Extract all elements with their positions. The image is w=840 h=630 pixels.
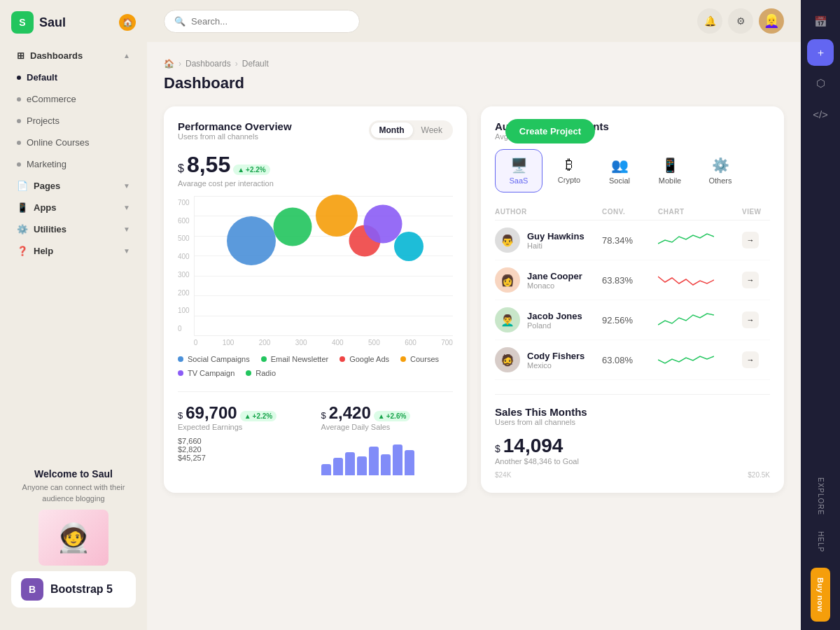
sidebar-welcome: Welcome to Saul Anyone can connect with … <box>0 457 147 619</box>
dollar-sign3: $ <box>321 410 326 421</box>
breadcrumb-dashboards[interactable]: Dashboards <box>186 59 231 69</box>
search-box[interactable]: 🔍 <box>164 10 360 33</box>
sales-title: Sales This Months <box>495 406 770 418</box>
view-btn-0[interactable]: → <box>742 232 759 248</box>
legend-dot-social <box>178 356 183 362</box>
tab-saas[interactable]: 🖥️ SaaS <box>495 149 542 192</box>
sidebar-item-online-courses[interactable]: Online Courses <box>6 132 141 153</box>
y-label-24k: $24K <box>495 471 511 479</box>
perf-big-number: 8,55 <box>187 152 230 178</box>
author-country-3: Mexico <box>527 361 584 370</box>
earnings-items: $7,660 $2,820 $45,257 <box>178 437 310 462</box>
crypto-icon: ₿ <box>566 157 573 173</box>
sidebar-item-dashboards[interactable]: ⊞ Dashboards ▲ <box>6 45 141 66</box>
perf-header: Performance Overview Users from all chan… <box>178 120 453 149</box>
sidebar-item-projects[interactable]: Projects <box>6 110 141 132</box>
table-row: 🧔 Cody Fishers Mexico 63.08% → <box>495 340 770 380</box>
perf-subtitle: Users from all channels <box>178 132 292 141</box>
bar-2 <box>333 458 343 475</box>
sidebar-item-apps[interactable]: 📱 Apps ▼ <box>6 197 141 218</box>
mini-chart-0 <box>658 230 742 251</box>
bar-8 <box>405 450 414 475</box>
sidebar-item-ecommerce[interactable]: eCommerce <box>6 88 141 110</box>
create-project-button[interactable]: Create Project <box>505 119 595 144</box>
chevron-down-icon: ▼ <box>123 247 130 255</box>
breadcrumb-sep2: › <box>235 59 238 69</box>
bootstrap-label: Bootstrap 5 <box>50 583 113 596</box>
social-label: Social <box>609 176 630 185</box>
legend-courses: Courses <box>400 355 439 363</box>
sales-goal-text: Another $48,346 to Goal <box>495 457 770 465</box>
chart-svg-3 <box>658 349 714 370</box>
hex-icon-btn[interactable]: ⬡ <box>807 70 834 97</box>
tab-others[interactable]: ⚙️ Others <box>696 149 744 192</box>
author-details-0: Guy Hawkins Haiti <box>527 231 584 250</box>
tab-crypto[interactable]: ₿ Crypto <box>545 149 593 192</box>
settings-button[interactable]: ⚙ <box>728 8 753 34</box>
app-name: Saul <box>39 15 66 30</box>
help-label-right[interactable]: Help <box>817 526 825 558</box>
tab-week[interactable]: Week <box>413 122 451 138</box>
view-btn-1[interactable]: → <box>742 272 759 288</box>
legend-dot-google <box>340 356 345 362</box>
legend-label-tv: TV Campaign <box>188 369 234 377</box>
marketing-label: Marketing <box>27 159 66 169</box>
sidebar-item-utilities[interactable]: ⚙️ Utilities ▼ <box>6 218 141 240</box>
default-label: Default <box>27 72 57 83</box>
legend-label-email: Email Newsletter <box>271 355 329 363</box>
bubble-google <box>316 195 358 237</box>
buy-now-button[interactable]: Buy now <box>811 568 830 622</box>
page-header: 🏠 › Dashboards › Default Dashboard Creat… <box>164 59 784 92</box>
code-icon-btn[interactable]: </> <box>807 101 834 127</box>
notification-button[interactable]: 🔔 <box>697 8 722 34</box>
astronaut-illustration: 🧑‍🚀 <box>56 522 91 554</box>
tab-month[interactable]: Month <box>371 122 413 138</box>
sidebar-item-pages[interactable]: 📄 Pages ▼ <box>6 175 141 197</box>
view-btn-3[interactable]: → <box>742 351 759 368</box>
legend-label-social: Social Campaigns <box>188 355 250 363</box>
bubble-chart-area: 0 100 200 300 400 500 600 700 <box>194 196 453 346</box>
others-label: Others <box>708 176 732 185</box>
author-details-1: Jane Cooper Monaco <box>527 271 582 290</box>
col-conv: CONV. <box>602 208 658 216</box>
col-view: VIEW <box>742 208 770 216</box>
legend-google: Google Ads <box>340 355 389 363</box>
legend-label-google: Google Ads <box>349 355 389 363</box>
legend-tv: TV Campaign <box>178 369 234 377</box>
chart-svg-0 <box>658 230 714 251</box>
earnings-value-row: $ 69,700 ▲ +2.2% <box>178 403 310 423</box>
sales-badge-val: +2.6% <box>386 412 407 420</box>
sidebar-item-default[interactable]: Default <box>6 66 141 88</box>
sidebar-item-marketing[interactable]: Marketing <box>6 153 141 175</box>
authors-tabs: 🖥️ SaaS ₿ Crypto 👥 Social 📱 Mobile <box>495 149 770 192</box>
bottom-stats: $ 69,700 ▲ +2.2% Expected Earnings $7,66… <box>178 391 453 475</box>
tab-social[interactable]: 👥 Social <box>596 149 643 192</box>
calendar-icon-btn[interactable]: 📅 <box>807 8 834 35</box>
view-btn-2[interactable]: → <box>742 312 759 328</box>
header: 🔍 🔔 ⚙ 👱‍♀️ <box>147 0 801 42</box>
author-country-0: Haiti <box>527 241 584 250</box>
avatar[interactable]: 👱‍♀️ <box>759 8 784 34</box>
sidebar-item-help[interactable]: ❓ Help ▼ <box>6 240 141 262</box>
others-icon: ⚙️ <box>712 157 729 174</box>
sales-label: Average Daily Sales <box>321 423 454 431</box>
tab-mobile[interactable]: 📱 Mobile <box>646 149 694 192</box>
legend-dot-email <box>261 356 267 362</box>
x-axis-labels: 0 100 200 300 400 500 600 700 <box>194 336 453 346</box>
search-input[interactable] <box>191 16 349 27</box>
gridline-5 <box>195 295 453 296</box>
add-icon-btn[interactable]: ＋ <box>807 39 834 66</box>
sales-subtitle: Users from all channels <box>495 418 770 426</box>
earnings-label: Expected Earnings <box>178 423 310 431</box>
explore-label[interactable]: Explore <box>817 472 825 521</box>
bar-3 <box>345 452 355 475</box>
avatar-1: 👩 <box>495 267 520 293</box>
legend-dot-courses <box>400 356 406 362</box>
chevron-down-icon: ▼ <box>123 182 130 190</box>
help-icon: ❓ <box>17 246 28 256</box>
table-row: 👩 Jane Cooper Monaco 63.83% → <box>495 260 770 300</box>
author-info-1: 👩 Jane Cooper Monaco <box>495 267 602 293</box>
bootstrap-badge: B Bootstrap 5 <box>11 571 136 608</box>
table-row: 👨 Guy Hawkins Haiti 78.34% → <box>495 220 770 260</box>
dollar-sign: $ <box>178 162 184 175</box>
